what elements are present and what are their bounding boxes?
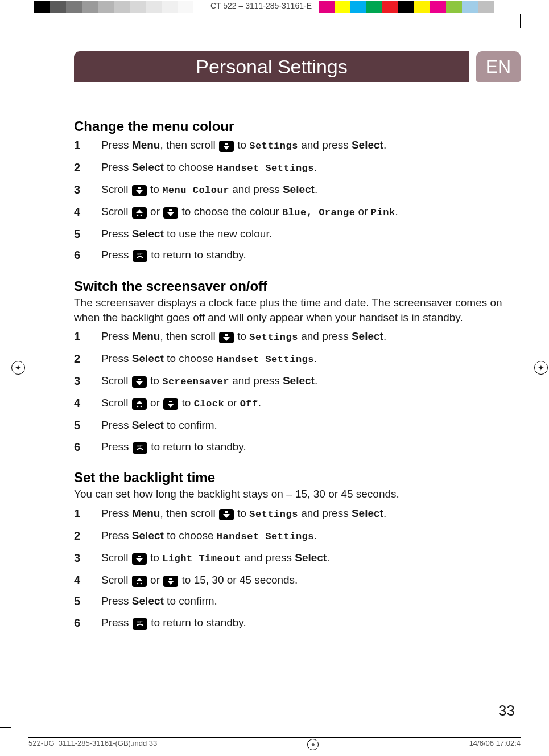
svg-text:EXIT: EXIT [137,253,142,256]
scroll-down-key-icon [132,553,147,565]
step-text: to [179,397,193,409]
step-text: Press [101,529,132,541]
svg-rect-12 [138,379,141,380]
menu-option-label: Light Timeout [162,553,241,564]
svg-rect-2 [138,187,141,189]
scroll-down-key-icon [163,207,178,219]
menu-option-label: Pink [371,207,395,218]
svg-marker-28 [167,581,174,585]
menu-option-label: Screensaver [162,376,229,387]
bold-label: Select [283,375,315,387]
svg-rect-20 [225,511,228,513]
step-item: Scroll or to choose the colour Blue, Ora… [74,204,503,220]
step-text: to confirm. [164,595,217,607]
step-text: Press [101,249,132,261]
step-item: Press Menu, then scroll to Settings and … [74,138,503,153]
bold-label: Select [132,161,164,173]
step-text: to return to standby. [148,617,246,628]
bold-label: Menu [132,507,160,519]
svg-point-25 [137,582,138,584]
step-text: . [314,352,317,364]
step-text: . [395,206,398,217]
scroll-up-key-icon [132,576,147,587]
exit-key-icon: EXIT [133,442,147,454]
footer-timestamp: 14/6/06 17:02:4 [469,739,521,750]
step-text: to return to standby. [148,441,246,453]
doc-code-text: CT 522 – 3111-285-31161-E [210,1,312,10]
step-text: Press [101,139,132,151]
step-item: Press EXIT to return to standby. [74,248,503,262]
step-text: . [383,139,386,151]
step-text: to [147,552,162,564]
scroll-down-key-icon [219,509,234,520]
bold-label: Select [352,330,383,342]
title-bar: Personal Settings EN [74,51,521,82]
step-text: to 15, 30 or 45 seconds. [179,574,298,586]
step-text: Press [101,595,132,607]
step-item: Scroll to Screensaver and press Select. [74,373,503,389]
bold-label: Select [132,228,164,240]
step-item: Scroll or to Clock or Off. [74,396,503,411]
menu-option-label: Menu Colour [162,185,229,196]
step-text: to choose [164,529,217,541]
step-text: Scroll [101,574,131,586]
step-text: and press [241,552,295,564]
footer-file-name: 522-UG_3111-285-31161-(GB).indd 33 [28,739,157,750]
svg-text:EXIT: EXIT [137,445,142,447]
step-text: . [383,330,386,342]
bold-label: Select [352,139,383,151]
step-text: Scroll [101,206,131,217]
step-item: Press Menu, then scroll to Settings and … [74,329,503,344]
scroll-up-key-icon [132,398,147,410]
color-calibration-bar [319,1,494,13]
step-item: Press EXIT to return to standby. [74,439,503,454]
step-text: to [147,183,162,195]
scroll-down-key-icon [219,332,234,343]
step-text: or [147,206,163,217]
step-text: or [224,397,240,409]
step-text: and press [298,330,352,342]
svg-rect-17 [169,401,172,402]
step-text: or [147,397,163,409]
step-text: , then scroll [160,139,218,151]
step-item: Scroll or to 15, 30 or 45 seconds. [74,573,503,587]
svg-point-15 [137,406,138,408]
bold-label: Select [132,419,164,431]
step-text: to [147,375,162,387]
menu-option-label: Clock [194,398,225,409]
step-text: and press [229,375,283,387]
step-text: or [355,206,370,217]
page-number: 33 [498,702,515,720]
step-item: Press Select to confirm. [74,418,503,433]
step-item: Press Menu, then scroll to Settings and … [74,506,503,521]
svg-marker-21 [223,514,230,518]
step-text: Scroll [101,552,131,564]
step-text: to choose the colour [179,206,282,217]
bold-label: Select [352,507,383,519]
menu-option-label: Off [240,398,258,409]
step-text: Press [101,419,132,431]
step-text: . [314,161,317,173]
step-item: Press Select to choose Handset Settings. [74,351,503,367]
exit-key-icon: EXIT [133,250,147,262]
svg-marker-4 [136,209,143,213]
crop-mark [0,727,11,728]
svg-marker-13 [136,381,143,385]
scroll-down-key-icon [163,398,178,410]
step-text: , then scroll [160,330,218,342]
content-area: Change the menu colourPress Menu, then s… [74,102,503,637]
menu-option-label: Handset Settings [217,531,314,542]
step-text: Press [101,161,132,173]
step-text: and press [298,507,352,519]
step-text: . [383,507,386,519]
section-heading: Set the backlight time [74,470,503,486]
step-text: . [327,552,329,564]
step-item: Press Select to confirm. [74,594,503,609]
menu-option-label: Blue, Orange [282,207,355,218]
menu-option-label: Settings [249,141,298,151]
step-text: to confirm. [164,419,217,431]
bold-label: Select [283,183,315,195]
step-text: Scroll [101,397,131,409]
svg-text:EXIT: EXIT [137,621,142,623]
step-text: . [314,529,317,541]
